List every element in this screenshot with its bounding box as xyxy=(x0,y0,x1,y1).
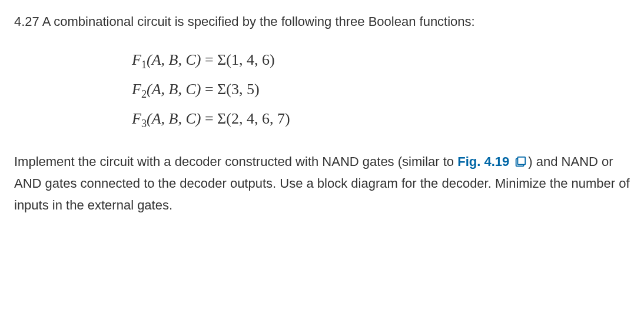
sigma: Σ xyxy=(217,81,226,98)
equals: = xyxy=(201,110,217,127)
func-args: (A, B, C) xyxy=(147,81,201,98)
equals: = xyxy=(201,51,217,68)
svg-rect-1 xyxy=(518,157,526,165)
sigma: Σ xyxy=(217,51,226,68)
func-sub: 2 xyxy=(141,88,147,100)
equation-f2: F2(A, B, C) = Σ(3, 5) xyxy=(132,75,630,105)
figure-label: Fig. 4.19 xyxy=(457,154,509,169)
equals: = xyxy=(201,81,217,98)
equations-block: F1(A, B, C) = Σ(1, 4, 6) F2(A, B, C) = Σ… xyxy=(14,46,630,134)
sigma: Σ xyxy=(217,110,226,127)
problem-statement: 4.27 A combinational circuit is specifie… xyxy=(14,12,630,32)
func-args: (A, B, C) xyxy=(147,51,201,68)
book-icon[interactable] xyxy=(514,156,527,169)
minterms: (3, 5) xyxy=(226,81,259,98)
func-name: F xyxy=(132,81,141,98)
instruction-part1: Implement the circuit with a decoder con… xyxy=(14,154,457,169)
problem-number: 4.27 xyxy=(14,14,39,29)
func-args: (A, B, C) xyxy=(147,110,201,127)
func-sub: 3 xyxy=(141,118,147,129)
equation-f1: F1(A, B, C) = Σ(1, 4, 6) xyxy=(132,46,630,75)
func-name: F xyxy=(132,51,141,68)
func-name: F xyxy=(132,110,141,127)
figure-link[interactable]: Fig. 4.19 xyxy=(457,154,528,169)
minterms: (1, 4, 6) xyxy=(226,51,274,68)
problem-intro: A combinational circuit is specified by … xyxy=(42,14,475,29)
minterms: (2, 4, 6, 7) xyxy=(226,110,290,127)
instruction-paragraph: Implement the circuit with a decoder con… xyxy=(14,151,630,217)
func-sub: 1 xyxy=(141,59,147,71)
equation-f3: F3(A, B, C) = Σ(2, 4, 6, 7) xyxy=(132,105,630,134)
